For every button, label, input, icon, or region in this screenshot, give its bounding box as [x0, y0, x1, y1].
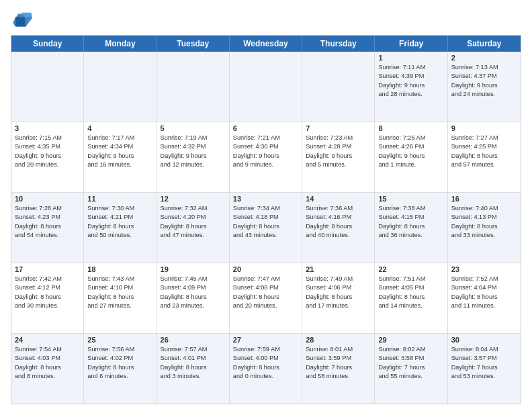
cell-info: Sunrise: 7:56 AM Sunset: 4:02 PM Dayligh… [87, 345, 152, 381]
calendar-body: 1Sunrise: 7:11 AM Sunset: 4:39 PM Daylig… [11, 52, 521, 404]
day-number: 4 [87, 124, 152, 132]
day-number: 9 [451, 124, 517, 132]
cal-cell-r1-c0: 3Sunrise: 7:15 AM Sunset: 4:35 PM Daylig… [11, 122, 84, 192]
cell-info: Sunrise: 7:25 AM Sunset: 4:26 PM Dayligh… [378, 134, 443, 169]
cal-cell-r3-c3: 20Sunrise: 7:47 AM Sunset: 4:08 PM Dayli… [230, 263, 302, 333]
cal-cell-r1-c1: 4Sunrise: 7:17 AM Sunset: 4:34 PM Daylig… [84, 122, 157, 192]
cell-info: Sunrise: 7:49 AM Sunset: 4:06 PM Dayligh… [306, 275, 371, 310]
calendar-row-3: 17Sunrise: 7:42 AM Sunset: 4:12 PM Dayli… [11, 263, 521, 334]
cal-cell-r0-c4 [302, 52, 375, 122]
cal-cell-r2-c2: 12Sunrise: 7:32 AM Sunset: 4:20 PM Dayli… [157, 193, 230, 263]
cell-info: Sunrise: 7:54 AM Sunset: 4:03 PM Dayligh… [15, 345, 80, 381]
calendar-row-0: 1Sunrise: 7:11 AM Sunset: 4:39 PM Daylig… [11, 52, 521, 122]
day-number: 28 [306, 336, 371, 344]
cal-cell-r2-c3: 13Sunrise: 7:34 AM Sunset: 4:18 PM Dayli… [230, 193, 302, 263]
day-number: 20 [233, 265, 298, 273]
day-number: 13 [233, 195, 298, 203]
cell-info: Sunrise: 7:21 AM Sunset: 4:30 PM Dayligh… [233, 134, 298, 169]
cal-cell-r3-c2: 19Sunrise: 7:45 AM Sunset: 4:09 PM Dayli… [157, 263, 230, 333]
calendar-row-1: 3Sunrise: 7:15 AM Sunset: 4:35 PM Daylig… [11, 122, 521, 193]
cell-info: Sunrise: 7:32 AM Sunset: 4:20 PM Dayligh… [161, 204, 226, 240]
logo [11, 11, 35, 30]
day-number: 11 [87, 195, 152, 203]
page: SundayMondayTuesdayWednesdayThursdayFrid… [0, 0, 532, 411]
cal-cell-r4-c1: 25Sunrise: 7:56 AM Sunset: 4:02 PM Dayli… [84, 334, 157, 404]
cal-cell-r2-c1: 11Sunrise: 7:30 AM Sunset: 4:21 PM Dayli… [84, 193, 157, 263]
cal-cell-r1-c2: 5Sunrise: 7:19 AM Sunset: 4:32 PM Daylig… [157, 122, 230, 192]
day-number: 25 [87, 336, 152, 344]
cal-cell-r4-c4: 28Sunrise: 8:01 AM Sunset: 3:59 PM Dayli… [302, 334, 375, 404]
cal-cell-r3-c1: 18Sunrise: 7:43 AM Sunset: 4:10 PM Dayli… [84, 263, 157, 333]
day-number: 23 [451, 265, 517, 273]
day-number: 22 [378, 265, 443, 273]
cell-info: Sunrise: 7:23 AM Sunset: 4:28 PM Dayligh… [306, 134, 371, 169]
cal-cell-r4-c6: 30Sunrise: 8:04 AM Sunset: 3:57 PM Dayli… [448, 334, 521, 404]
header-thursday: Thursday [302, 36, 375, 52]
cal-cell-r4-c2: 26Sunrise: 7:57 AM Sunset: 4:01 PM Dayli… [157, 334, 230, 404]
day-number: 3 [15, 124, 80, 132]
day-number: 5 [161, 124, 226, 132]
header-monday: Monday [84, 36, 157, 52]
cal-cell-r0-c5: 1Sunrise: 7:11 AM Sunset: 4:39 PM Daylig… [375, 52, 447, 122]
cell-info: Sunrise: 7:27 AM Sunset: 4:25 PM Dayligh… [451, 134, 517, 169]
cal-cell-r0-c3 [230, 52, 302, 122]
cell-info: Sunrise: 7:30 AM Sunset: 4:21 PM Dayligh… [87, 204, 152, 240]
cell-info: Sunrise: 8:01 AM Sunset: 3:59 PM Dayligh… [306, 345, 371, 381]
day-number: 7 [306, 124, 371, 132]
cal-cell-r4-c0: 24Sunrise: 7:54 AM Sunset: 4:03 PM Dayli… [11, 334, 84, 404]
calendar-row-4: 24Sunrise: 7:54 AM Sunset: 4:03 PM Dayli… [11, 334, 521, 404]
day-number: 27 [233, 336, 298, 344]
cell-info: Sunrise: 8:02 AM Sunset: 3:58 PM Dayligh… [378, 345, 443, 381]
cal-cell-r3-c0: 17Sunrise: 7:42 AM Sunset: 4:12 PM Dayli… [11, 263, 84, 333]
cal-cell-r2-c6: 16Sunrise: 7:40 AM Sunset: 4:13 PM Dayli… [448, 193, 521, 263]
day-number: 30 [451, 336, 517, 344]
day-number: 19 [161, 265, 226, 273]
day-number: 26 [161, 336, 226, 344]
calendar-row-2: 10Sunrise: 7:28 AM Sunset: 4:23 PM Dayli… [11, 193, 521, 263]
cal-cell-r1-c4: 7Sunrise: 7:23 AM Sunset: 4:28 PM Daylig… [302, 122, 375, 192]
day-number: 1 [378, 54, 443, 62]
day-number: 16 [451, 195, 517, 203]
day-number: 21 [306, 265, 371, 273]
cell-info: Sunrise: 7:13 AM Sunset: 4:37 PM Dayligh… [451, 63, 517, 99]
calendar: SundayMondayTuesdayWednesdayThursdayFrid… [11, 35, 521, 404]
cell-info: Sunrise: 7:59 AM Sunset: 4:00 PM Dayligh… [233, 345, 298, 381]
cal-cell-r4-c3: 27Sunrise: 7:59 AM Sunset: 4:00 PM Dayli… [230, 334, 302, 404]
header-tuesday: Tuesday [157, 36, 230, 52]
day-number: 8 [378, 124, 443, 132]
cal-cell-r0-c2 [157, 52, 230, 122]
header-wednesday: Wednesday [230, 36, 302, 52]
day-number: 15 [378, 195, 443, 203]
cell-info: Sunrise: 7:28 AM Sunset: 4:23 PM Dayligh… [15, 204, 80, 240]
header-saturday: Saturday [448, 36, 521, 52]
cell-info: Sunrise: 7:38 AM Sunset: 4:15 PM Dayligh… [378, 204, 443, 240]
cal-cell-r3-c5: 22Sunrise: 7:51 AM Sunset: 4:05 PM Dayli… [375, 263, 447, 333]
cal-cell-r3-c6: 23Sunrise: 7:52 AM Sunset: 4:04 PM Dayli… [448, 263, 521, 333]
day-number: 2 [451, 54, 517, 62]
day-number: 17 [15, 265, 80, 273]
cell-info: Sunrise: 7:19 AM Sunset: 4:32 PM Dayligh… [161, 134, 226, 169]
cal-cell-r1-c5: 8Sunrise: 7:25 AM Sunset: 4:26 PM Daylig… [375, 122, 447, 192]
cell-info: Sunrise: 7:11 AM Sunset: 4:39 PM Dayligh… [378, 63, 443, 99]
cal-cell-r0-c0 [11, 52, 84, 122]
calendar-header: SundayMondayTuesdayWednesdayThursdayFrid… [11, 36, 521, 52]
day-number: 14 [306, 195, 371, 203]
cell-info: Sunrise: 7:45 AM Sunset: 4:09 PM Dayligh… [161, 275, 226, 310]
header [11, 11, 521, 30]
cell-info: Sunrise: 7:42 AM Sunset: 4:12 PM Dayligh… [15, 275, 80, 310]
cell-info: Sunrise: 7:15 AM Sunset: 4:35 PM Dayligh… [15, 134, 80, 169]
day-number: 6 [233, 124, 298, 132]
cell-info: Sunrise: 7:36 AM Sunset: 4:16 PM Dayligh… [306, 204, 371, 240]
cal-cell-r0-c1 [84, 52, 157, 122]
day-number: 24 [15, 336, 80, 344]
logo-icon [11, 11, 32, 30]
cell-info: Sunrise: 7:17 AM Sunset: 4:34 PM Dayligh… [87, 134, 152, 169]
cal-cell-r1-c6: 9Sunrise: 7:27 AM Sunset: 4:25 PM Daylig… [448, 122, 521, 192]
cell-info: Sunrise: 7:57 AM Sunset: 4:01 PM Dayligh… [161, 345, 226, 381]
cal-cell-r3-c4: 21Sunrise: 7:49 AM Sunset: 4:06 PM Dayli… [302, 263, 375, 333]
cal-cell-r2-c5: 15Sunrise: 7:38 AM Sunset: 4:15 PM Dayli… [375, 193, 447, 263]
cal-cell-r2-c4: 14Sunrise: 7:36 AM Sunset: 4:16 PM Dayli… [302, 193, 375, 263]
svg-marker-2 [15, 17, 26, 26]
cal-cell-r4-c5: 29Sunrise: 8:02 AM Sunset: 3:58 PM Dayli… [375, 334, 447, 404]
day-number: 10 [15, 195, 80, 203]
